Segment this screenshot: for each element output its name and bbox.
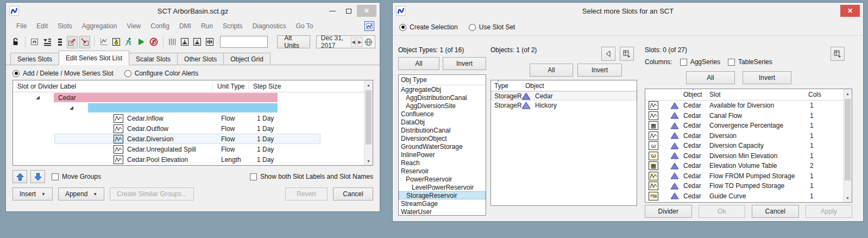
objects-invert-button[interactable]: Invert [577,64,622,77]
fit-row-height-icon[interactable] [192,36,203,48]
objtype-aggdiversionsite[interactable]: AggDiversionSite [399,102,486,110]
radio-add-delete-move[interactable]: Add / Delete / Move Series Slot [12,70,114,77]
radio-configure-color-alerts[interactable]: Configure Color Alerts [124,70,198,77]
tab-edit-series-slot-list[interactable]: Edit Series Slot List [59,51,129,65]
slot-row[interactable]: ω Cedar Diversion Min Elevation 1 [645,151,852,161]
slot-row[interactable]: Cedar Available for Diversion 1 [645,101,852,111]
slots-invert-button[interactable]: Invert [743,71,791,84]
slot-row[interactable]: P▤ Cedar Guide Curve 1 [645,191,852,202]
scroll-up-icon[interactable]: ▲ [364,80,373,89]
create-similar-groups-button[interactable]: Create Similar Groups... [110,187,194,201]
menu-slots[interactable]: Slots [53,21,77,32]
run-control-icon[interactable] [123,36,134,48]
menu-config[interactable]: Config [146,21,174,32]
plot-icon[interactable] [98,36,109,48]
objtype-aggregateobj[interactable]: AggregateObj [399,85,486,93]
move-groups-checkbox[interactable]: Move Groups [52,173,101,180]
slot-row-diversion[interactable]: Cedar.Diversion Flow 1 Day [13,134,373,144]
column-step-size[interactable]: Step Size [248,83,281,90]
slot-row[interactable]: Cedar Flow TO Pumped Storage 1 [645,181,852,191]
object-row-hickory[interactable]: StorageR Hickory [491,101,637,110]
expander-icon[interactable]: ◢ [36,95,40,100]
goto-slot-input[interactable] [220,36,268,48]
column-slot-label[interactable]: Slot or Divider Label [13,83,217,90]
objtype-storagereservoir[interactable]: StorageReservoir [399,191,486,199]
objtype-streamgage[interactable]: StreamGage [399,199,486,208]
slot-row-pool-elevation[interactable]: Cedar.Pool Elevation Length 1 Day [13,154,373,165]
slot-row-inflow[interactable]: Cedar.Inflow Flow 1 Day [13,113,373,123]
objtype-powerreservoir[interactable]: PowerReservoir [399,175,486,183]
objtype-distributioncanal[interactable]: DistributionCanal [399,126,486,134]
column-slot[interactable]: Slot [709,91,721,98]
objtype-groundwaterstorage[interactable]: GroundWaterStorage [399,142,486,151]
slot-row[interactable]: Cedar Flow FROM Pumped Storage 1 [645,171,852,181]
object-types-all-button[interactable]: All [398,57,439,70]
aggseries-checkbox[interactable]: AggSeries [680,58,720,66]
objtype-dataobj[interactable]: DataObj [399,118,486,126]
date-prev-button[interactable]: ◀ [351,37,356,47]
menu-aggregation[interactable]: Aggregation [77,21,122,32]
grid-lines-icon[interactable] [167,36,178,48]
close-button[interactable]: ✕ [840,5,860,17]
slot-row-unregulated-spill[interactable]: Cedar.Unregulated Spill Flow 1 Day [13,144,373,154]
show-both-labels-checkbox[interactable]: Show both Slot Labels and Slot Names [250,173,373,180]
export-cell-icon[interactable] [67,36,78,48]
objtype-levelpowerreservoir[interactable]: LevelPowerReservoir [399,183,486,191]
divider-button[interactable]: Divider [645,205,692,218]
table-scrollbar[interactable]: ▲ ▼ [364,80,373,165]
append-button[interactable]: Append ▼ [58,187,104,201]
menu-dmi[interactable]: DMI [174,21,196,32]
collapse-left-button[interactable] [601,47,615,61]
lock-open-icon[interactable] [10,36,21,48]
close-button[interactable]: ✕ [357,5,376,17]
menu-view[interactable]: View [122,21,146,32]
ok-button[interactable]: Ok [699,205,746,218]
date-next-button[interactable]: ▶ [357,37,362,47]
cancel-button[interactable]: Cancel [333,187,373,201]
objtype-diversionobject[interactable]: DiversionObject [399,134,486,142]
move-down-button[interactable] [30,170,45,183]
objtype-aggdistributioncanal[interactable]: AggDistributionCanal [399,93,486,102]
alt-units-button[interactable]: Alt Units [277,35,310,48]
scroll-thumb[interactable] [845,99,851,180]
group-row-cedar[interactable]: ◢ Cedar [13,92,373,103]
objtype-wateruser[interactable]: WaterUser [399,208,486,216]
objtype-reservoir[interactable]: Reservoir [399,167,486,175]
column-object[interactable]: Object [521,82,544,90]
revert-button[interactable]: Revert [285,187,328,201]
cancel-run-icon[interactable] [148,36,159,48]
slots-scrollbar[interactable]: ▲ ▼ [843,89,852,202]
scroll-down-icon[interactable]: ▼ [844,193,852,202]
radio-create-selection[interactable]: Create Selection [399,23,458,31]
pivot-cell-icon[interactable] [29,36,40,48]
maximize-button[interactable] [341,5,357,17]
slot-row[interactable]: Cedar Canal Flow 1 [645,111,852,121]
tab-scalar-slots[interactable]: Scalar Slots [129,53,178,65]
column-unit-type[interactable]: Unit Type [212,83,248,90]
object-row-cedar[interactable]: StorageR Cedar [491,91,637,101]
objects-all-button[interactable]: All [530,64,573,77]
object-types-invert-button[interactable]: Invert [443,57,486,70]
scroll-up-icon[interactable]: ▲ [844,89,852,98]
sct-titlebar[interactable]: SCT ArborBasin.sct.gz — ✕ [6,3,380,19]
slot-row[interactable]: Cedar Diversion 1 [645,131,852,141]
tableseries-checkbox[interactable]: TableSeries [728,58,772,66]
slot-row-outflow[interactable]: Cedar.Outflow Flow 1 Day [13,123,373,134]
objects-column-picker-button[interactable] [620,47,634,61]
menu-diagnostics[interactable]: Diagnostics [248,21,291,32]
slots-column-picker-button[interactable] [831,47,845,61]
tab-series-slots[interactable]: Series Slots [10,53,59,65]
expander-icon[interactable]: ◢ [70,105,73,110]
row-list-icon[interactable] [54,36,65,48]
objtype-inlinepower[interactable]: InlinePower [399,151,486,159]
fit-column-width-icon[interactable] [179,36,190,48]
slot-row[interactable]: ω Cedar Diversion Capacity 1 [645,141,852,151]
slot-row[interactable]: ▦ Cedar Elevation Volume Table 2 [645,161,852,171]
scroll-down-icon[interactable]: ▼ [364,156,373,165]
column-type[interactable]: ▲ Type [491,82,521,90]
slots-all-button[interactable]: All [686,71,735,84]
obj-type-column-header[interactable]: Obj Type [399,75,486,85]
tab-object-grid[interactable]: Object Grid [223,53,271,65]
menu-edit[interactable]: Edit [32,21,53,32]
start-run-icon[interactable] [136,36,147,48]
